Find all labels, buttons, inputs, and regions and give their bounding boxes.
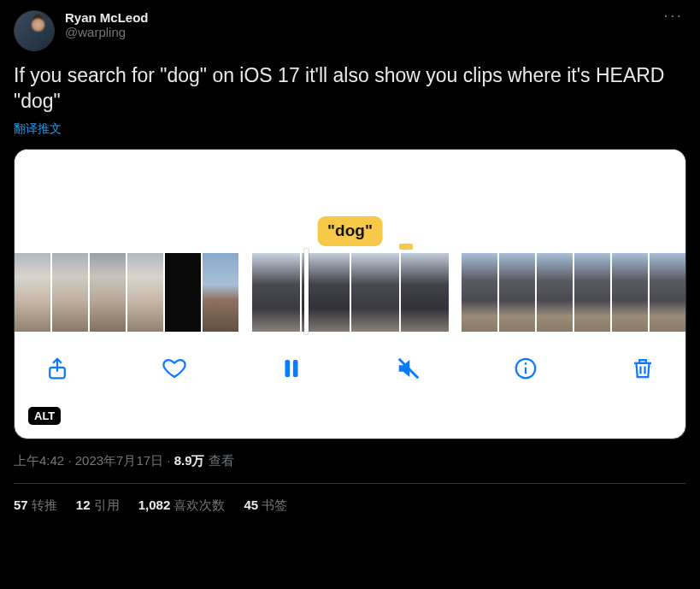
display-name: Ryan McLeod: [65, 10, 650, 25]
translate-link[interactable]: 翻译推文: [14, 121, 62, 137]
timeline-frame: [462, 253, 497, 332]
stat-bookmarks[interactable]: 45 书签: [244, 498, 287, 514]
timeline-frame: [650, 253, 685, 332]
timeline-frame: [499, 253, 535, 332]
tweet-header: Ryan McLeod @warpling ···: [14, 10, 686, 51]
timeline-marker: [399, 244, 413, 250]
more-icon[interactable]: ···: [660, 10, 686, 27]
media-card[interactable]: "dog": [14, 149, 686, 439]
timeline-frame: [15, 253, 50, 332]
trash-icon[interactable]: [629, 355, 656, 382]
share-icon[interactable]: [44, 355, 71, 382]
timeline-frame: [351, 253, 399, 332]
views-count: 8.9万: [174, 453, 205, 468]
pause-icon[interactable]: [278, 355, 305, 382]
clip-group-1: [15, 253, 238, 332]
video-timeline[interactable]: [15, 250, 685, 334]
timeline-frame: [537, 253, 573, 332]
timeline-frame: [574, 253, 610, 332]
tweet-text: If you search for "dog" on iOS 17 it'll …: [14, 63, 686, 115]
user-handle: @warpling: [65, 25, 650, 39]
clip-group-2: [252, 253, 449, 332]
timeline-frame: [127, 253, 163, 332]
clip-group-3: [462, 253, 685, 332]
timeline-frame: [401, 253, 449, 332]
svg-rect-2: [293, 360, 298, 377]
tweet-container: Ryan McLeod @warpling ··· If you search …: [0, 0, 700, 524]
media-white-area: "dog": [15, 150, 685, 250]
timeline-frame: [252, 253, 300, 332]
tweet-time[interactable]: 上午4:42: [14, 453, 64, 468]
info-icon[interactable]: [512, 355, 539, 382]
stats-row: 57 转推 12 引用 1,082 喜欢次数 45 书签: [14, 484, 686, 514]
timeline-frame: [52, 253, 88, 332]
quotes-label: 引用: [94, 498, 120, 512]
timeline-frame: [612, 253, 648, 332]
timeline-frame: [165, 253, 201, 332]
tweet-date[interactable]: 2023年7月17日: [75, 453, 163, 468]
svg-rect-1: [285, 360, 291, 377]
likes-count: 1,082: [138, 498, 171, 512]
bookmarks-label: 书签: [262, 498, 287, 512]
bookmarks-count: 45: [244, 498, 258, 512]
quotes-count: 12: [76, 498, 91, 512]
retweets-count: 57: [14, 498, 28, 512]
mute-icon[interactable]: [395, 355, 422, 382]
heart-icon[interactable]: [161, 355, 188, 382]
caption-pill: "dog": [317, 216, 383, 246]
timeline-frame: [203, 253, 238, 332]
views-label: 查看: [209, 453, 234, 468]
stat-quotes[interactable]: 12 引用: [76, 498, 120, 514]
playhead[interactable]: [304, 249, 309, 334]
media-toolbar: [15, 334, 685, 403]
svg-point-6: [525, 362, 527, 365]
stat-likes[interactable]: 1,082 喜欢次数: [138, 498, 226, 514]
alt-badge[interactable]: ALT: [28, 407, 61, 425]
user-block[interactable]: Ryan McLeod @warpling: [65, 10, 650, 39]
avatar[interactable]: [14, 10, 55, 51]
meta-row: 上午4:42 · 2023年7月17日 · 8.9万 查看: [14, 453, 686, 469]
likes-label: 喜欢次数: [174, 498, 225, 512]
retweets-label: 转推: [32, 498, 57, 512]
timeline-frame: [90, 253, 126, 332]
stat-retweets[interactable]: 57 转推: [14, 498, 57, 514]
